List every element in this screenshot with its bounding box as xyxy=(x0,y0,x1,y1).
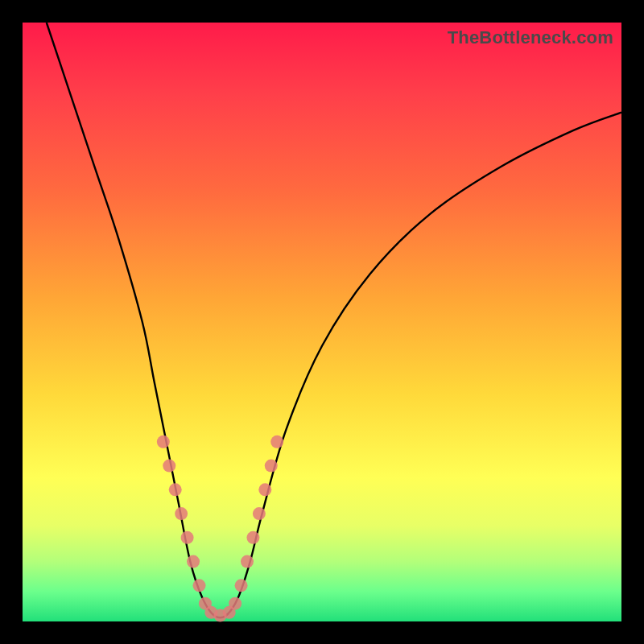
plot-area: TheBottleneck.com xyxy=(23,23,621,621)
highlight-dot xyxy=(169,483,182,496)
highlight-dot xyxy=(163,460,175,473)
highlight-dot xyxy=(187,555,200,568)
highlight-dot xyxy=(270,436,283,448)
highlight-dot xyxy=(246,531,259,544)
highlight-dot xyxy=(235,579,248,592)
chart-frame: TheBottleneck.com xyxy=(0,0,644,644)
highlight-dot xyxy=(229,597,242,610)
highlight-dot xyxy=(258,483,271,496)
bottleneck-curve xyxy=(47,23,621,617)
highlight-dot xyxy=(175,507,188,520)
highlight-dot xyxy=(157,436,170,448)
highlight-dot xyxy=(241,555,254,568)
highlight-dots xyxy=(157,436,283,622)
highlight-dot xyxy=(253,507,266,520)
highlight-dot xyxy=(192,579,205,592)
highlight-dot xyxy=(265,460,278,473)
curve-svg xyxy=(23,23,621,621)
highlight-dot xyxy=(181,531,194,544)
